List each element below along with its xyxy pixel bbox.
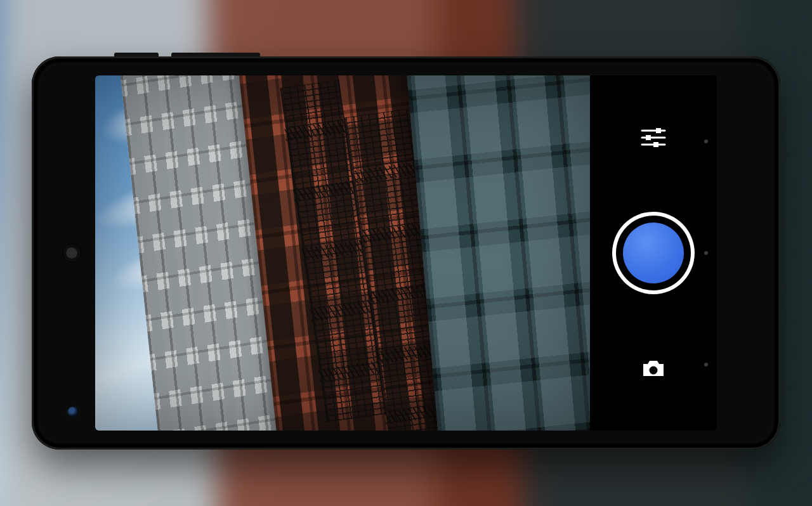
camera-icon <box>641 358 666 379</box>
shutter-button[interactable] <box>616 216 691 290</box>
camera-viewfinder[interactable] <box>95 75 590 431</box>
phone-screen <box>95 75 717 431</box>
page-indicator <box>704 139 708 367</box>
mode-switch-button[interactable] <box>636 351 671 386</box>
phone-frame <box>32 56 780 450</box>
settings-button[interactable] <box>636 120 671 155</box>
front-camera-lens <box>67 406 79 418</box>
camera-controls <box>590 75 717 431</box>
volume-rocker <box>171 53 260 56</box>
sliders-icon <box>641 127 666 148</box>
svg-point-6 <box>650 367 658 375</box>
svg-rect-4 <box>646 135 651 140</box>
earpiece-speaker <box>62 243 81 263</box>
shutter-icon <box>623 223 684 283</box>
svg-rect-5 <box>653 142 658 147</box>
power-button <box>114 53 159 56</box>
svg-rect-3 <box>656 128 661 133</box>
